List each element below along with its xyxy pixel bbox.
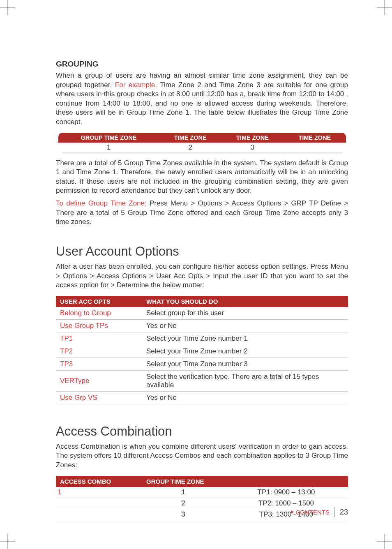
opt-val: Select your Time Zone number 1 (142, 332, 348, 345)
combo-intro: Access Combination is when you combine d… (56, 442, 348, 470)
table-row: TP2Select your Time Zone number 2 (56, 345, 348, 358)
combo-num (56, 509, 142, 520)
table-row: 1 1 TP1: 0900 – 13:00 (56, 487, 348, 498)
opt-val: Yes or No (142, 319, 348, 332)
table-row: 1 2 3 (58, 143, 346, 153)
cell: 2 (159, 143, 221, 153)
header-tz-2: TIME ZONE (221, 133, 284, 143)
footer-separator (334, 507, 335, 517)
opt-key: TP2 (56, 345, 142, 358)
header-tz-3: TIME ZONE (284, 133, 346, 143)
table-header-row: GROUP TIME ZONE TIME ZONE TIME ZONE TIME… (58, 133, 346, 143)
opt-key: TP1 (56, 332, 142, 345)
page-number: 23 (340, 508, 348, 517)
opt-val: Select your Time Zone number 3 (142, 358, 348, 370)
header-group-tz: GROUP TIME ZONE (142, 476, 224, 487)
header-access-combo: ACCESS COMBO (56, 476, 142, 487)
page-footer: CONTENTS 23 (291, 507, 348, 517)
group-tz-table: GROUP TIME ZONE TIME ZONE TIME ZONE TIME… (58, 129, 346, 156)
user-acc-opts-table: USER ACC OPTS WHAT YOU SHOULD DO Belong … (56, 293, 348, 407)
cell (284, 143, 346, 153)
arrow-right-icon (291, 510, 294, 514)
table-header-row: USER ACC OPTS WHAT YOU SHOULD DO (56, 296, 348, 307)
combo-gtz: 3 (142, 509, 224, 520)
cell: 3 (221, 143, 284, 153)
opt-key: TP3 (56, 358, 142, 370)
contents-link[interactable]: CONTENTS (295, 509, 330, 516)
opt-key: VERType (56, 370, 142, 391)
grouping-heading: GROUPING (56, 60, 348, 69)
combo-tp: TP1: 0900 – 13:00 (224, 487, 348, 498)
combo-num: 1 (56, 487, 142, 498)
opt-key: Belong to Group (56, 307, 142, 320)
cell: 1 (58, 143, 159, 153)
opt-key: Use Grp VS (56, 391, 142, 404)
for-example-text: For example, (115, 81, 157, 89)
opt-val: Select your Time Zone number 2 (142, 345, 348, 358)
combo-gtz: 2 (142, 498, 224, 509)
table-row: Belong to GroupSelect group for this use… (56, 307, 348, 320)
grouping-para-2: There are a total of 5 Group Time Zones … (56, 159, 348, 196)
page-body: GROUPING When a group of users are havin… (0, 0, 392, 523)
access-combination-heading: Access Combination (56, 424, 348, 439)
table-row: TP3Select your Time Zone number 3 (56, 358, 348, 370)
header-group-tz: GROUP TIME ZONE (58, 133, 159, 143)
header-user-acc-opts: USER ACC OPTS (56, 296, 142, 307)
opt-val: Yes or No (142, 391, 348, 404)
opt-val: Select group for this user (142, 307, 348, 320)
opt-key: Use Group TPs (56, 319, 142, 332)
table-row: TP1Select your Time Zone number 1 (56, 332, 348, 345)
grouping-para-3: To define Group Time Zone: Press Menu > … (56, 199, 348, 227)
header-blank (224, 476, 348, 487)
combo-num (56, 498, 142, 509)
table-row: VERTypeSelect the verification type. The… (56, 370, 348, 391)
header-tz-1: TIME ZONE (159, 133, 221, 143)
header-what-you-should-do: WHAT YOU SHOULD DO (142, 296, 348, 307)
useropts-intro: After a user has been enrolled, you can … (56, 262, 348, 290)
combo-gtz: 1 (142, 487, 224, 498)
user-account-options-heading: User Account Options (56, 244, 348, 259)
opt-val: Select the verification type. There are … (142, 370, 348, 391)
table-header-row: ACCESS COMBO GROUP TIME ZONE (56, 476, 348, 487)
table-row: Use Group TPsYes or No (56, 319, 348, 332)
grouping-para-1: When a group of users are having an almo… (56, 71, 348, 127)
define-lead: To define Group Time Zone: (56, 199, 147, 207)
table-row: Use Grp VSYes or No (56, 391, 348, 404)
